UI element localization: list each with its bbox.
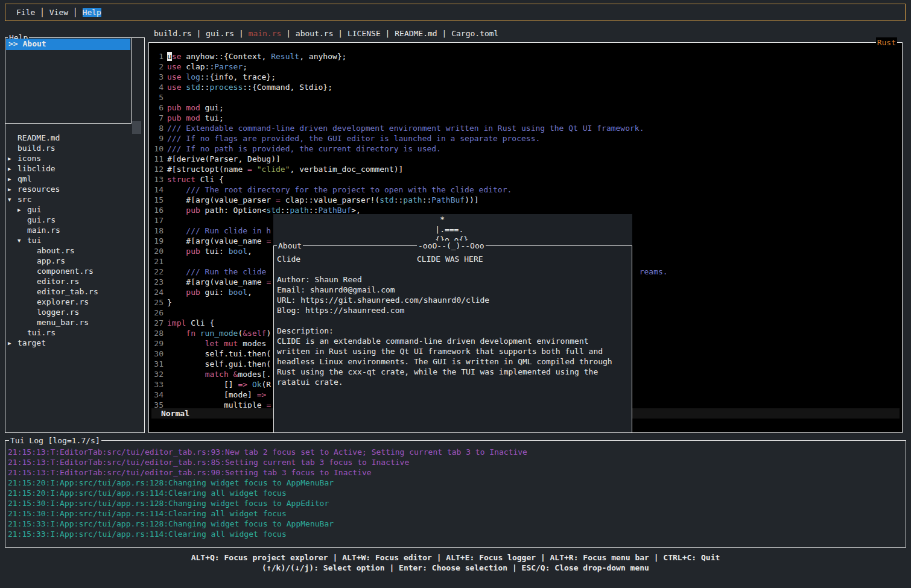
tab-gui.rs[interactable]: gui.rs — [206, 29, 234, 38]
chevron-expanded-icon[interactable]: ▼ — [17, 236, 21, 246]
tree-item-label: logger.rs — [37, 307, 79, 317]
tab-build.rs[interactable]: build.rs — [154, 29, 192, 38]
tree-item-libclide[interactable]: ▶libclide — [5, 163, 143, 174]
line-number: 32 — [154, 369, 163, 379]
menu-item-view[interactable]: View — [49, 8, 68, 17]
code-line-12[interactable]: 12#[structopt(name = "clide", verbatim_d… — [154, 164, 901, 174]
log-entry-trace: 21:15:13:T:EditorTab:src/tui/editor_tab.… — [8, 457, 904, 467]
popup-text-line: Email: shaunrd0@gmail.com — [277, 285, 630, 295]
tree-item-menu_bar-rs[interactable]: menu_bar.rs — [5, 317, 143, 327]
line-number: 34 — [154, 390, 163, 400]
line-number: 25 — [154, 297, 163, 308]
chevron-collapsed-icon[interactable]: ▶ — [8, 174, 11, 185]
line-number: 13 — [154, 174, 163, 185]
code-line-4[interactable]: 4use std::process::{Command, Stdio}; — [154, 82, 901, 92]
tree-item-label: editor_tab.rs — [37, 286, 98, 297]
tree-item-app-rs[interactable]: app.rs — [5, 256, 143, 266]
line-number: 1 — [154, 51, 163, 62]
line-number: 21 — [154, 256, 163, 267]
line-number: 2 — [154, 62, 163, 72]
tree-item-main-rs[interactable]: main.rs — [5, 225, 143, 235]
tree-item-tui-rs[interactable]: tui.rs — [5, 327, 143, 338]
tree-item-label: main.rs — [27, 225, 60, 235]
tab-main.rs[interactable]: main.rs — [249, 29, 282, 38]
tree-item-src[interactable]: ▼src — [5, 194, 143, 204]
tab-cargo.toml[interactable]: Cargo.toml — [451, 29, 498, 38]
code-line-1[interactable]: 1use anyhow::{Context, Result, anyhow}; — [154, 51, 901, 62]
tree-item-target[interactable]: ▶target — [5, 338, 143, 348]
code-line-2[interactable]: 2use clap::Parser; — [154, 62, 901, 72]
code-line-15[interactable]: 15 #[arg(value_parser = clap::value_pars… — [154, 195, 901, 205]
code-line-3[interactable]: 3use log::{info, trace}; — [154, 72, 901, 82]
log-lines: 21:15:13:T:EditorTab:src/tui/editor_tab.… — [8, 447, 904, 539]
footer-shortcuts-line2: (↑/k)/(↓/j): Select option | Enter: Choo… — [0, 563, 911, 573]
popup-text-line: URL: https://git.shaunreed.com/shaunrd0/… — [277, 295, 630, 305]
tree-item-label: icons — [17, 153, 41, 163]
popup-text-line: Author: Shaun Reed — [277, 274, 630, 285]
log-entry-info: 21:15:30:I:App:src/tui/app.rs:114:Cleari… — [8, 508, 904, 519]
chevron-expanded-icon[interactable]: ▼ — [8, 195, 11, 205]
chevron-collapsed-icon[interactable]: ▶ — [8, 338, 11, 349]
line-number: 10 — [154, 144, 163, 154]
tree-item-label: about.rs — [37, 245, 75, 256]
code-line-6[interactable]: 6pub mod gui; — [154, 103, 901, 113]
chevron-collapsed-icon[interactable]: ▶ — [17, 205, 21, 215]
line-number: 6 — [154, 103, 163, 113]
scrollbar-thumb[interactable] — [132, 121, 141, 134]
text-cursor: u — [167, 52, 172, 61]
tree-item-label: app.rs — [37, 256, 65, 266]
tree-item-about-rs[interactable]: about.rs — [5, 245, 143, 256]
chevron-collapsed-icon[interactable]: ▶ — [8, 185, 11, 195]
tree-item-label: menu_bar.rs — [37, 317, 89, 327]
tree-item-label: README.md — [17, 133, 60, 143]
tree-item-component-rs[interactable]: component.rs — [5, 266, 143, 276]
line-number: 30 — [154, 349, 163, 359]
dropdown-item-about[interactable]: >> About — [6, 39, 130, 50]
line-number: 28 — [154, 328, 163, 338]
tui-log-panel: Tui Log [log=1.7/s] 21:15:13:T:EditorTab… — [5, 440, 906, 548]
tree-item-qml[interactable]: ▶qml — [5, 174, 143, 184]
line-number: 20 — [154, 246, 163, 256]
chevron-collapsed-icon[interactable]: ▶ — [8, 154, 11, 164]
tab-about.rs[interactable]: about.rs — [296, 29, 334, 38]
tree-item-explorer-rs[interactable]: explorer.rs — [5, 297, 143, 307]
tree-item-editor_tab-rs[interactable]: editor_tab.rs — [5, 286, 143, 297]
tree-item-gui-rs[interactable]: gui.rs — [5, 215, 143, 225]
code-line-13[interactable]: 13struct Cli { — [154, 174, 901, 185]
popup-tagline-left: Clide — [277, 254, 300, 264]
code-line-8[interactable]: 8/// Extendable command-line driven deve… — [154, 123, 901, 133]
tree-item-label: build.rs — [17, 143, 56, 153]
chevron-collapsed-icon[interactable]: ▶ — [8, 164, 11, 174]
language-badge: Rust — [876, 37, 897, 48]
code-line-7[interactable]: 7pub mod tui; — [154, 113, 901, 123]
log-entry-info: 21:15:30:I:App:src/tui/app.rs:128:Changi… — [8, 498, 904, 508]
tree-item-resources[interactable]: ▶resources — [5, 184, 143, 194]
menu-items: File │ View │ Help — [16, 7, 101, 17]
tree-item-tui[interactable]: ▼tui — [5, 235, 143, 245]
code-line-11[interactable]: 11#[derive(Parser, Debug)] — [154, 154, 901, 164]
tab-readme.md[interactable]: README.md — [395, 29, 437, 38]
code-line-9[interactable]: 9/// If no flags are provided, the GUI e… — [154, 133, 901, 144]
line-number: 27 — [154, 318, 163, 328]
popup-text-line — [277, 315, 630, 326]
tree-item-README-md[interactable]: README.md — [5, 133, 143, 143]
code-line-5[interactable]: 5 — [154, 92, 901, 103]
menu-item-file[interactable]: File — [16, 8, 35, 17]
tree-item-gui[interactable]: ▶gui — [5, 204, 143, 215]
menu-item-help[interactable]: Help — [83, 8, 101, 17]
tree-item-icons[interactable]: ▶icons — [5, 153, 143, 163]
tab-license[interactable]: LICENSE — [348, 29, 381, 38]
ascii-art-border: -ooO--(_)--Ooo — [417, 241, 486, 251]
code-line-14[interactable]: 14 /// The root directory for the projec… — [154, 185, 901, 195]
tree-item-logger-rs[interactable]: logger.rs — [5, 307, 143, 317]
line-number: 16 — [154, 205, 163, 215]
tree-item-editor-rs[interactable]: editor.rs — [5, 276, 143, 286]
line-number: 5 — [154, 92, 163, 103]
log-entry-info: 21:15:20:I:App:src/tui/app.rs:114:Cleari… — [8, 488, 904, 498]
footer-shortcuts-line1: ALT+Q: Focus project explorer | ALT+W: F… — [0, 552, 911, 563]
popup-text-line: Description: — [277, 326, 630, 336]
editor-tab-bar: build.rs | gui.rs | main.rs | about.rs |… — [154, 28, 498, 39]
file-tree: README.mdbuild.rs▶icons▶libclide▶qml▶res… — [5, 133, 143, 348]
tree-item-build-rs[interactable]: build.rs — [5, 143, 143, 153]
code-line-10[interactable]: 10/// If no path is provided, the curren… — [154, 144, 901, 154]
